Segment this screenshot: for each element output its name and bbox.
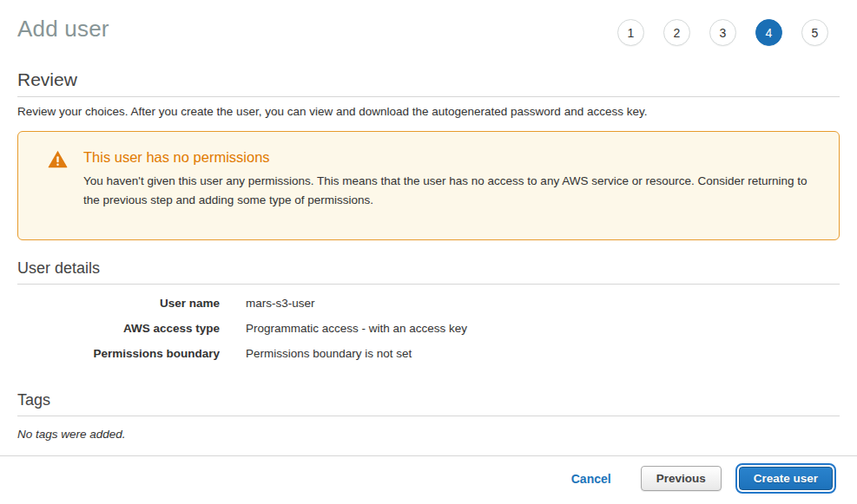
permissions-boundary-label: Permissions boundary bbox=[17, 347, 220, 360]
review-heading: Review bbox=[17, 69, 840, 96]
tags-heading: Tags bbox=[17, 391, 840, 416]
tags-empty-text: No tags were added. bbox=[17, 428, 840, 441]
step-indicator: 1 2 3 4 5 bbox=[617, 14, 840, 46]
create-user-focus-ring: Create user bbox=[735, 463, 836, 494]
step-2[interactable]: 2 bbox=[663, 19, 690, 46]
step-3[interactable]: 3 bbox=[709, 19, 736, 46]
step-5[interactable]: 5 bbox=[801, 19, 828, 46]
access-type-label: AWS access type bbox=[17, 322, 220, 335]
permissions-boundary-value: Permissions boundary is not set bbox=[246, 347, 412, 360]
wizard-header: Add user 1 2 3 4 5 bbox=[0, 0, 857, 46]
warning-content: This user has no permissions You haven't… bbox=[83, 149, 821, 210]
table-row: User name mars-s3-user bbox=[17, 297, 840, 310]
user-details-rows: User name mars-s3-user AWS access type P… bbox=[17, 297, 840, 360]
table-row: Permissions boundary Permissions boundar… bbox=[17, 347, 840, 360]
no-permissions-warning: This user has no permissions You haven't… bbox=[17, 131, 840, 240]
review-section: Review Review your choices. After you cr… bbox=[0, 46, 857, 240]
user-details-heading: User details bbox=[17, 259, 840, 284]
tags-divider bbox=[17, 416, 840, 416]
warning-title: This user has no permissions bbox=[83, 149, 821, 166]
review-divider bbox=[17, 96, 840, 97]
step-4-active[interactable]: 4 bbox=[755, 19, 782, 46]
access-type-value: Programmatic access - with an access key bbox=[246, 322, 467, 335]
user-details-section: User details User name mars-s3-user AWS … bbox=[0, 259, 857, 360]
cancel-link[interactable]: Cancel bbox=[571, 472, 611, 486]
table-row: AWS access type Programmatic access - wi… bbox=[17, 322, 840, 335]
wizard-footer: Cancel Previous Create user bbox=[0, 455, 857, 504]
page-title: Add user bbox=[17, 14, 109, 43]
review-description: Review your choices. After you create th… bbox=[17, 105, 840, 118]
user-details-divider bbox=[17, 284, 840, 285]
previous-button[interactable]: Previous bbox=[641, 466, 722, 491]
user-name-label: User name bbox=[17, 297, 220, 310]
warning-triangle-icon bbox=[48, 150, 68, 172]
user-name-value: mars-s3-user bbox=[246, 297, 315, 310]
create-user-button[interactable]: Create user bbox=[739, 467, 833, 490]
step-1[interactable]: 1 bbox=[617, 19, 644, 46]
add-user-wizard: Add user 1 2 3 4 5 Review Review your ch… bbox=[0, 0, 857, 504]
tags-section: Tags No tags were added. bbox=[0, 391, 857, 441]
warning-body: You haven't given this user any permissi… bbox=[83, 172, 821, 210]
